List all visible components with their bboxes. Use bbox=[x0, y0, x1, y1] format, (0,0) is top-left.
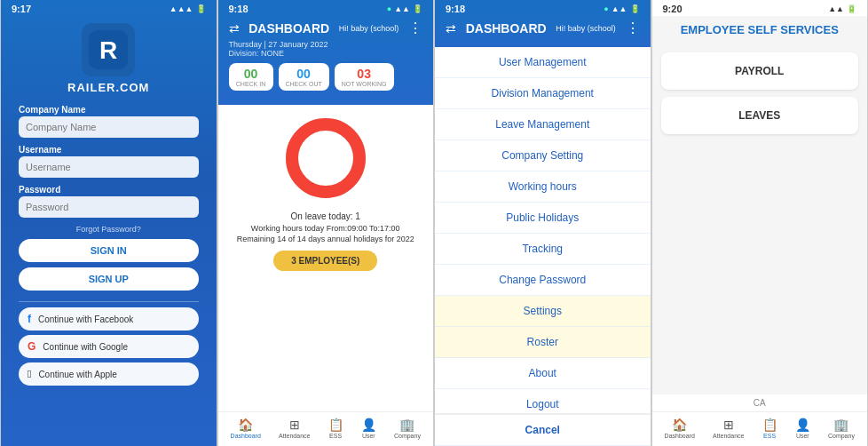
attendance-icon-4: ⊞ bbox=[723, 418, 734, 432]
menu-item-leave-management[interactable]: Leave Management bbox=[435, 109, 651, 140]
company-icon-2: 🏢 bbox=[399, 418, 414, 432]
on-leave-text: On leave today: 1 bbox=[291, 211, 360, 221]
nav-company-label-2: Company bbox=[394, 433, 421, 439]
dashboard-header: ⇄ DASHBOARD Hi! baby (school) ⋮ Thursday… bbox=[218, 16, 434, 105]
menu-back-arrow[interactable]: ⇄ bbox=[446, 21, 456, 36]
username-field-group: Username bbox=[19, 145, 199, 178]
stat-checkout-label: CHECK OUT bbox=[286, 81, 322, 87]
menu-header-row: ⇄ DASHBOARD Hi! baby (school) ⋮ bbox=[446, 20, 640, 36]
donut-svg bbox=[281, 114, 370, 203]
menu-item-company-setting[interactable]: Company Setting bbox=[435, 140, 651, 171]
location-dot-3: ● bbox=[604, 4, 608, 13]
status-icons-3: ● ▲▲ 🔋 bbox=[604, 4, 639, 13]
status-icons-4: ▲▲ 🔋 bbox=[828, 4, 856, 13]
menu-item-roster[interactable]: Roster bbox=[435, 327, 651, 358]
forgot-password-link[interactable]: Forgot Password? bbox=[76, 225, 141, 234]
menu-cancel-button[interactable]: Cancel bbox=[435, 413, 651, 446]
phone-dashboard: 9:18 ● ▲▲ 🔋 ⇄ DASHBOARD Hi! baby (school… bbox=[217, 0, 435, 446]
menu-item-settings[interactable]: Settings bbox=[435, 296, 651, 327]
menu-item-tracking[interactable]: Tracking bbox=[435, 234, 651, 265]
menu-item-working-hours[interactable]: Working hours bbox=[435, 171, 651, 203]
facebook-login-button[interactable]: f Continue with Facebook bbox=[19, 307, 199, 331]
ess-payroll-card[interactable]: PAYROLL bbox=[661, 52, 859, 90]
menu-more-icon[interactable]: ⋮ bbox=[626, 20, 640, 36]
nav-dashboard-label-2: Dashboard bbox=[231, 433, 261, 439]
nav-dashboard-4[interactable]: 🏠 Dashboard bbox=[665, 418, 695, 439]
apple-icon:  bbox=[28, 368, 31, 380]
nav-dashboard-2[interactable]: 🏠 Dashboard bbox=[231, 418, 261, 439]
nav-attendance-2[interactable]: ⊞ Attendance bbox=[279, 418, 310, 439]
user-icon-2: 👤 bbox=[361, 418, 376, 432]
status-bar-2: 9:18 ● ▲▲ 🔋 bbox=[218, 0, 434, 16]
time-2: 9:18 bbox=[229, 4, 249, 14]
menu-list: User Management Division Management Leav… bbox=[435, 47, 651, 413]
ess-leaves-card[interactable]: LEAVES bbox=[661, 97, 859, 134]
menu-greeting: Hi! baby (school) bbox=[556, 24, 616, 33]
battery-icon-3: 🔋 bbox=[630, 4, 640, 13]
nav-user-2[interactable]: 👤 User bbox=[361, 418, 376, 439]
ess-title: EMPLOYEE SELF SERVICES bbox=[652, 16, 868, 44]
ess-icon-4: 📋 bbox=[762, 418, 777, 432]
apple-login-button[interactable]:  Continue with Apple bbox=[19, 362, 199, 386]
company-field-group: Company Name bbox=[19, 105, 199, 138]
username-input[interactable] bbox=[19, 156, 199, 178]
menu-item-logout[interactable]: Logout bbox=[435, 389, 651, 413]
nav-user-4[interactable]: 👤 User bbox=[795, 418, 810, 439]
dash-top-row: ⇄ DASHBOARD Hi! baby (school) ⋮ bbox=[229, 20, 423, 36]
svg-text:R: R bbox=[99, 36, 117, 64]
stat-not-working: 03 NOT WORKING bbox=[335, 63, 394, 91]
nav-ess-4[interactable]: 📋 ESS bbox=[762, 418, 777, 439]
nav-company-2[interactable]: 🏢 Company bbox=[394, 418, 421, 439]
signup-button[interactable]: SIGN UP bbox=[19, 267, 199, 291]
dash-nav-arrow[interactable]: ⇄ bbox=[229, 21, 240, 36]
battery-icon-4: 🔋 bbox=[847, 4, 856, 13]
company-label: Company Name bbox=[19, 105, 199, 115]
signin-button[interactable]: SIGN IN bbox=[19, 239, 199, 262]
stat-checkin-value: 00 bbox=[236, 67, 266, 81]
google-label: Continue with Google bbox=[43, 342, 128, 352]
home-icon-4: 🏠 bbox=[672, 418, 687, 432]
google-login-button[interactable]: G Continue with Google bbox=[19, 335, 199, 358]
dash-date: Thursday | 27 January 2022 bbox=[229, 40, 423, 49]
employees-button[interactable]: 3 EMPLOYEE(S) bbox=[273, 251, 377, 271]
apple-label: Continue with Apple bbox=[38, 370, 116, 379]
time-3: 9:18 bbox=[446, 4, 465, 14]
menu-item-division-management[interactable]: Division Management bbox=[435, 78, 651, 109]
nav-attendance-4[interactable]: ⊞ Attendance bbox=[713, 418, 744, 439]
menu-item-about[interactable]: About bbox=[435, 358, 651, 389]
menu-item-change-password[interactable]: Change Password bbox=[435, 265, 651, 296]
dash-stats: 00 CHECK IN 00 CHECK OUT 03 NOT WORKING bbox=[229, 63, 423, 91]
menu-item-public-holidays[interactable]: Public Holidays bbox=[435, 203, 651, 234]
more-icon[interactable]: ⋮ bbox=[408, 20, 422, 36]
dashboard-body: On leave today: 1 Working hours today Fr… bbox=[218, 105, 434, 411]
svg-point-3 bbox=[292, 124, 359, 192]
bottom-nav-2: 🏠 Dashboard ⊞ Attendance 📋 ESS 👤 User 🏢 … bbox=[218, 411, 434, 446]
battery-icon-2: 🔋 bbox=[413, 4, 422, 13]
wifi-icon-4: ▲▲ bbox=[828, 4, 844, 13]
dash-title: DASHBOARD bbox=[249, 21, 329, 36]
time-4: 9:20 bbox=[663, 4, 683, 14]
phone-menu: 9:18 ● ▲▲ 🔋 ⇄ DASHBOARD Hi! baby (school… bbox=[434, 0, 651, 446]
password-input[interactable] bbox=[19, 196, 199, 218]
nav-user-label-4: User bbox=[796, 433, 809, 439]
nav-company-label-4: Company bbox=[828, 433, 855, 439]
nav-ess-2[interactable]: 📋 ESS bbox=[328, 418, 343, 439]
wifi-icon-3: ▲▲ bbox=[612, 4, 627, 13]
donut-chart bbox=[281, 114, 370, 203]
company-input[interactable] bbox=[19, 116, 199, 138]
password-field-group: Password bbox=[19, 185, 199, 218]
menu-item-user-management[interactable]: User Management bbox=[435, 47, 651, 78]
menu-dash-title: DASHBOARD bbox=[466, 21, 547, 36]
user-icon-4: 👤 bbox=[795, 418, 810, 432]
time-1: 9:17 bbox=[12, 4, 31, 14]
location-dot: ● bbox=[387, 4, 391, 13]
nav-ess-label-2: ESS bbox=[329, 433, 342, 439]
status-icons-2: ● ▲▲ 🔋 bbox=[387, 4, 422, 13]
ess-spacer bbox=[652, 228, 868, 395]
ess-icon-2: 📋 bbox=[328, 418, 343, 432]
logo-box: R bbox=[82, 23, 135, 76]
nav-company-4[interactable]: 🏢 Company bbox=[828, 418, 855, 439]
phone-login: 9:17 ▲▲▲ 🔋 R RAILER.COM Company Name Use… bbox=[0, 0, 217, 446]
stat-not-working-value: 03 bbox=[342, 67, 387, 81]
nav-dashboard-label-4: Dashboard bbox=[665, 433, 695, 439]
